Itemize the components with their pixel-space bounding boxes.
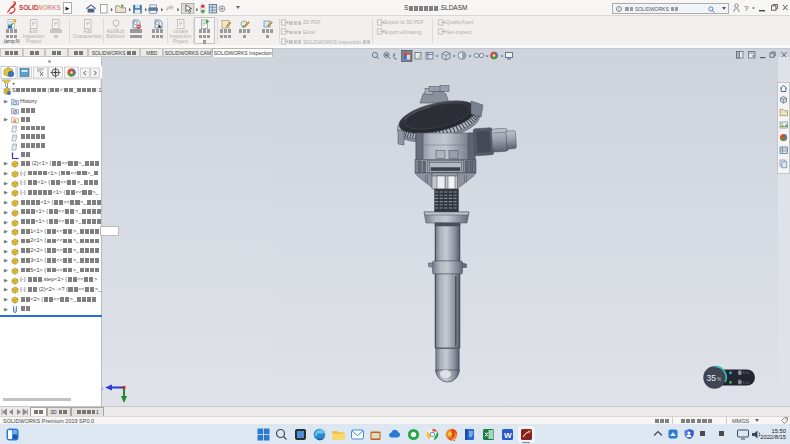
svg-text:35: 35: [707, 373, 717, 383]
svg-text:KOU: KOU: [743, 371, 751, 375]
svg-text:W: W: [504, 431, 512, 440]
svg-text:%: %: [717, 377, 721, 382]
svg-text:?: ?: [744, 4, 749, 13]
svg-text:KOU: KOU: [743, 381, 751, 385]
svg-text:WORKS: WORKS: [37, 4, 61, 11]
